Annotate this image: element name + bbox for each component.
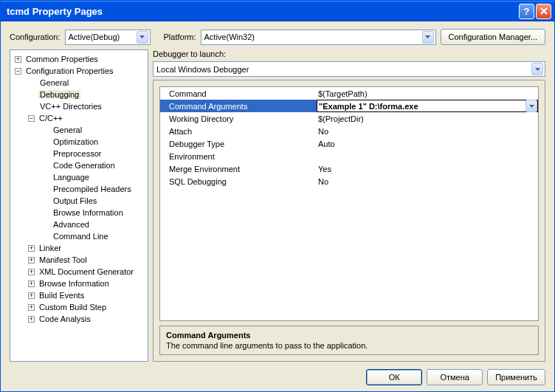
tree-item-label: Code Analysis <box>38 314 92 323</box>
tree-item-label: Common Properties <box>24 55 100 63</box>
expand-icon[interactable]: + <box>28 257 35 264</box>
property-value[interactable]: No <box>317 127 538 136</box>
tree-item-label: C/C++ <box>38 114 64 123</box>
tree-item[interactable]: +Linker <box>10 242 148 254</box>
expand-icon[interactable]: + <box>28 281 35 287</box>
property-name: Attach <box>160 127 317 136</box>
property-name: Debugger Type <box>160 140 317 148</box>
tree-item-label: Optimization <box>52 137 100 146</box>
content-area: Configuration: Active(Debug) Platform: A… <box>1 21 554 391</box>
tree-item[interactable]: −C/C++ <box>10 112 148 124</box>
tree-item-label: General <box>38 78 70 87</box>
expand-icon[interactable]: + <box>28 316 35 323</box>
property-name: Command Arguments <box>160 102 317 111</box>
tree-item-label: Command Line <box>52 232 110 241</box>
tree-item[interactable]: Preprocessor <box>10 148 148 159</box>
property-value[interactable]: $(ProjectDir) <box>317 114 538 123</box>
collapse-icon[interactable]: − <box>15 68 21 75</box>
platform-label: Platform: <box>164 32 196 41</box>
property-value[interactable]: "Example 1" D:\forma.exe <box>317 100 538 112</box>
expand-icon[interactable]: + <box>28 269 35 275</box>
tree-item-label: Debugging <box>38 90 80 99</box>
configuration-value: Active(Debug) <box>69 32 137 41</box>
description-title: Command Arguments <box>166 331 532 340</box>
tree-item[interactable]: Optimization <box>10 136 148 148</box>
collapse-icon[interactable]: − <box>28 115 35 122</box>
tree-item[interactable]: +Common Properties <box>10 53 148 65</box>
property-value[interactable]: $(TargetPath) <box>317 89 538 98</box>
property-tree[interactable]: +Common Properties−Configuration Propert… <box>10 49 148 362</box>
chevron-down-icon[interactable] <box>525 100 537 112</box>
debugger-launch-combo[interactable]: Local Windows Debugger <box>153 61 545 77</box>
tree-item-label: General <box>52 125 83 134</box>
configuration-combo[interactable]: Active(Debug) <box>65 30 151 45</box>
tree-item[interactable]: +Code Analysis <box>10 313 148 325</box>
expand-icon[interactable]: + <box>28 304 35 311</box>
dialog-buttons: ОК Отмена Применить <box>10 366 545 385</box>
property-name: Environment <box>160 152 317 161</box>
expand-icon[interactable]: + <box>28 245 35 252</box>
tree-item-label: Browse Information <box>38 279 111 288</box>
config-row: Configuration: Active(Debug) Platform: A… <box>10 29 545 45</box>
expand-icon[interactable]: + <box>15 56 21 63</box>
property-value[interactable]: No <box>317 177 538 186</box>
titlebar-buttons: ? <box>519 4 551 19</box>
tree-item[interactable]: General <box>10 124 148 136</box>
chevron-down-icon <box>137 31 148 44</box>
tree-item-label: Precompiled Headers <box>52 185 133 193</box>
apply-button[interactable]: Применить <box>487 369 545 385</box>
tree-item[interactable]: Debugging <box>10 89 148 100</box>
tree-item-label: Build Events <box>38 291 86 300</box>
property-value[interactable]: Yes <box>317 165 538 173</box>
property-value[interactable]: Auto <box>317 140 538 148</box>
tree-item-label: Preprocessor <box>52 149 103 158</box>
debugger-launch-label: Debugger to launch: <box>153 49 545 58</box>
property-row[interactable]: AttachNo <box>160 125 538 137</box>
expand-icon[interactable]: + <box>28 292 35 299</box>
tree-item[interactable]: Output Files <box>10 195 148 207</box>
tree-item[interactable]: −Configuration Properties <box>10 65 148 77</box>
tree-item-label: Advanced <box>52 220 91 229</box>
tree-item[interactable]: Precompiled Headers <box>10 183 148 195</box>
help-button[interactable]: ? <box>519 4 534 19</box>
tree-item[interactable]: Advanced <box>10 219 148 230</box>
tree-item[interactable]: +XML Document Generator <box>10 266 148 278</box>
property-name: SQL Debugging <box>160 177 317 186</box>
debugger-launch-value: Local Windows Debugger <box>156 65 531 74</box>
tree-item-label: Code Generation <box>52 161 117 170</box>
window-title: tcmd Property Pages <box>7 6 519 17</box>
property-name: Working Directory <box>160 114 317 123</box>
property-grid[interactable]: Command$(TargetPath)Command Arguments"Ex… <box>159 86 539 321</box>
tree-item[interactable]: +Browse Information <box>10 278 148 289</box>
property-row[interactable]: Command Arguments"Example 1" D:\forma.ex… <box>160 100 538 112</box>
tree-item[interactable]: Code Generation <box>10 159 148 171</box>
property-name: Merge Environment <box>160 165 317 173</box>
tree-item-label: Output Files <box>52 196 98 205</box>
tree-item[interactable]: Language <box>10 171 148 183</box>
platform-combo[interactable]: Active(Win32) <box>201 30 436 45</box>
tree-item[interactable]: Command Line <box>10 230 148 242</box>
tree-item[interactable]: VC++ Directories <box>10 100 148 112</box>
property-row[interactable]: SQL DebuggingNo <box>160 175 538 188</box>
tree-item[interactable]: Browse Information <box>10 207 148 219</box>
tree-item[interactable]: +Manifest Tool <box>10 254 148 266</box>
property-row[interactable]: Merge EnvironmentYes <box>160 162 538 175</box>
property-row[interactable]: Working Directory$(ProjectDir) <box>160 112 538 125</box>
ok-button[interactable]: ОК <box>366 369 422 385</box>
tree-item-label: VC++ Directories <box>38 102 103 111</box>
titlebar: tcmd Property Pages ? <box>1 1 554 21</box>
tree-item[interactable]: +Custom Build Step <box>10 301 148 313</box>
property-row[interactable]: Debugger TypeAuto <box>160 137 538 150</box>
property-row[interactable]: Command$(TargetPath) <box>160 87 538 100</box>
property-name: Command <box>160 89 317 98</box>
configuration-manager-button[interactable]: Configuration Manager... <box>441 29 545 45</box>
chevron-down-icon <box>422 31 434 44</box>
description-box: Command Arguments The command line argum… <box>159 326 539 355</box>
property-row[interactable]: Environment <box>160 150 538 162</box>
tree-item-label: XML Document Generator <box>38 267 135 276</box>
cancel-button[interactable]: Отмена <box>427 369 483 385</box>
tree-item-label: Manifest Tool <box>38 255 89 264</box>
tree-item[interactable]: +Build Events <box>10 289 148 301</box>
tree-item[interactable]: General <box>10 77 148 89</box>
close-button[interactable] <box>536 4 551 19</box>
